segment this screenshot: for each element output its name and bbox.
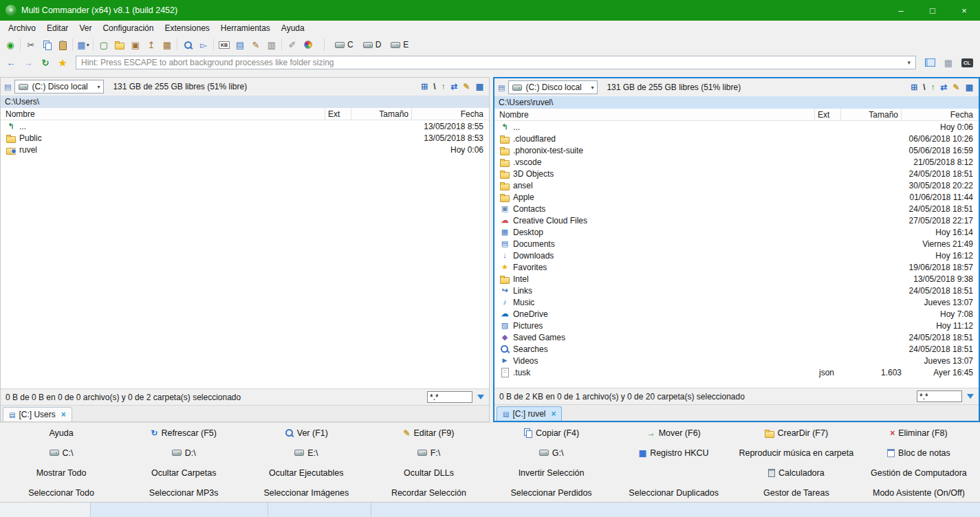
file-row[interactable]: Searches 24/05/2018 18:51 <box>494 343 979 355</box>
file-row[interactable]: Pictures Hoy 11:12 <box>494 320 979 331</box>
menu-item[interactable]: Ver <box>74 22 97 34</box>
toolbar-button[interactable]: ▤ <box>232 37 248 52</box>
filter-input[interactable] <box>427 391 472 403</box>
column-header-name[interactable]: Nombre <box>1 108 325 120</box>
toolbar-button[interactable] <box>175 38 179 51</box>
file-row[interactable]: Apple 01/06/2018 11:44 <box>494 191 979 203</box>
file-row[interactable]: Documents Viernes 21:49 <box>494 238 979 250</box>
toolbar-button[interactable] <box>212 38 216 51</box>
file-row[interactable]: .cloudflared 06/06/2018 10:26 <box>494 133 979 144</box>
file-row[interactable]: Videos Jueves 13:07 <box>494 355 979 366</box>
maximize-button[interactable]: □ <box>917 0 948 21</box>
function-button[interactable]: Modo Asistente (On/Off) <box>858 483 980 503</box>
function-button[interactable]: Recordar Selección <box>367 483 490 503</box>
function-button[interactable]: ▦ Registro HKCU <box>613 443 735 463</box>
panel-menu-icon[interactable]: ▤ <box>4 82 11 91</box>
toolbar-button[interactable]: ↥ <box>144 37 159 52</box>
right-path-bar[interactable]: C:\Users\ruvel\ <box>494 96 979 109</box>
combobox-dropdown-icon[interactable]: ▾ <box>907 59 911 66</box>
panel-tool-button[interactable]: ↑ <box>931 82 935 92</box>
panel-tool-button[interactable]: \ <box>433 82 435 91</box>
filter-funnel-icon[interactable] <box>967 394 974 399</box>
file-row[interactable]: Creative Cloud Files 27/05/2018 22:17 <box>494 214 979 226</box>
toolbar-button[interactable] <box>91 38 96 51</box>
file-row[interactable]: ansel 30/05/2018 20:22 <box>494 179 979 191</box>
panel-tool-button[interactable]: ✎ <box>953 82 960 92</box>
file-row[interactable]: Links 24/05/2018 18:51 <box>494 285 979 296</box>
function-button[interactable]: Bloc de notas <box>858 443 980 463</box>
menu-item[interactable]: Extensiones <box>159 22 215 34</box>
file-row[interactable]: Music Jueves 13:07 <box>494 296 979 308</box>
file-row[interactable]: Saved Games 24/05/2018 18:51 <box>494 331 979 343</box>
menu-item[interactable]: Herramientas <box>215 22 276 34</box>
forward-button[interactable]: → <box>21 58 35 68</box>
function-button[interactable]: → Mover (F6) <box>613 423 735 443</box>
file-row[interactable]: .phoronix-test-suite 05/06/2018 16:59 <box>494 144 979 156</box>
file-row[interactable]: ... 13/05/2018 8:55 <box>1 120 489 132</box>
toolbar-button[interactable]: ▥ <box>264 37 279 52</box>
function-button[interactable]: Calculadora <box>735 463 858 483</box>
menu-item[interactable]: Editar <box>41 22 74 34</box>
panel-tool-button[interactable]: ▦ <box>966 82 973 92</box>
drive-button[interactable]: C <box>331 38 358 51</box>
column-header-date[interactable]: Fecha <box>412 108 489 120</box>
left-drive-selector[interactable]: (C:) Disco local ▾ <box>14 80 104 94</box>
function-button[interactable]: Ocultar Ejecutables <box>245 463 367 483</box>
panel-tool-button[interactable]: ▦ <box>476 82 483 91</box>
toolbar-button[interactable] <box>301 37 316 52</box>
file-row[interactable]: Desktop Hoy 16:14 <box>494 226 979 238</box>
toolbar-button[interactable]: ◉ <box>3 37 18 52</box>
toolbar-button[interactable]: ▢ <box>96 37 111 52</box>
toolbar-button[interactable]: ✎ <box>248 37 263 52</box>
file-row[interactable]: .tusk json 1.603 Ayer 16:45 <box>494 366 979 378</box>
toolbar-button[interactable]: ✐ <box>285 37 300 52</box>
function-button[interactable]: Copiar (F4) <box>490 423 613 443</box>
drive-button[interactable]: E <box>386 38 413 51</box>
panel-tool-button[interactable]: ⊞ <box>421 82 428 91</box>
toolbar-button[interactable]: ▦▾ <box>76 37 91 52</box>
function-button[interactable]: ✎ Editar (F9) <box>367 423 490 443</box>
function-button[interactable]: CrearDir (F7) <box>735 423 858 443</box>
panel-tab[interactable]: ▤ [C:] Users × <box>3 407 72 421</box>
function-button[interactable]: C:\ <box>0 443 122 463</box>
file-row[interactable]: ... Hoy 0:06 <box>494 121 979 133</box>
toolbar-button[interactable]: ▦ <box>160 37 175 52</box>
filter-funnel-icon[interactable] <box>477 395 484 399</box>
file-row[interactable]: ruvel Hoy 0:06 <box>1 144 489 155</box>
close-button[interactable]: × <box>948 0 980 21</box>
function-button[interactable]: × Eliminar (F8) <box>858 423 980 443</box>
function-button[interactable]: Reproducir música en carpeta <box>735 443 858 463</box>
toolbar-button[interactable] <box>19 38 23 51</box>
function-button[interactable]: Invertir Selección <box>490 463 613 483</box>
toolbar-button[interactable] <box>280 38 284 51</box>
function-button[interactable]: E:\ <box>245 443 367 463</box>
toolbar-button[interactable] <box>112 37 127 52</box>
panel-tab[interactable]: ▤ [C:] ruvel × <box>497 406 562 421</box>
file-row[interactable]: OneDrive Hoy 7:08 <box>494 308 979 320</box>
toolbar-button[interactable] <box>55 37 70 52</box>
column-header-ext[interactable]: Ext <box>325 108 351 120</box>
function-button[interactable]: Ayuda <box>0 423 122 443</box>
minimize-button[interactable]: – <box>885 0 917 21</box>
toolbar-button[interactable] <box>39 37 54 52</box>
drive-button[interactable]: D <box>359 38 386 51</box>
function-button[interactable]: Seleccionar MP3s <box>122 483 245 503</box>
panel-tool-button[interactable]: ⊞ <box>911 82 917 92</box>
toolbar-button[interactable]: ▻ <box>196 37 211 52</box>
function-button[interactable]: Gestión de Computadora <box>858 463 980 483</box>
function-button[interactable]: Seleccionar Imágenes <box>245 483 367 503</box>
address-combobox[interactable]: Hint: Press ESCAPE to abort background p… <box>76 56 916 69</box>
panel-tool-button[interactable]: ⇄ <box>451 82 458 91</box>
column-header-size[interactable]: Tamaño <box>351 108 412 120</box>
function-button[interactable] <box>613 463 735 483</box>
tab-close-icon[interactable]: × <box>551 409 556 419</box>
file-row[interactable]: Downloads Hoy 16:12 <box>494 250 979 261</box>
file-row[interactable]: Public 13/05/2018 8:53 <box>1 132 489 144</box>
panel-tool-button[interactable]: \ <box>923 82 925 92</box>
toolbar-button[interactable] <box>71 38 75 51</box>
panel-tool-button[interactable]: ↑ <box>442 82 446 91</box>
panel-tool-button[interactable]: ⇄ <box>941 82 948 92</box>
menu-item[interactable]: Archivo <box>3 22 41 34</box>
function-button[interactable]: G:\ <box>490 443 613 463</box>
panel-menu-icon[interactable]: ▤ <box>498 83 505 92</box>
